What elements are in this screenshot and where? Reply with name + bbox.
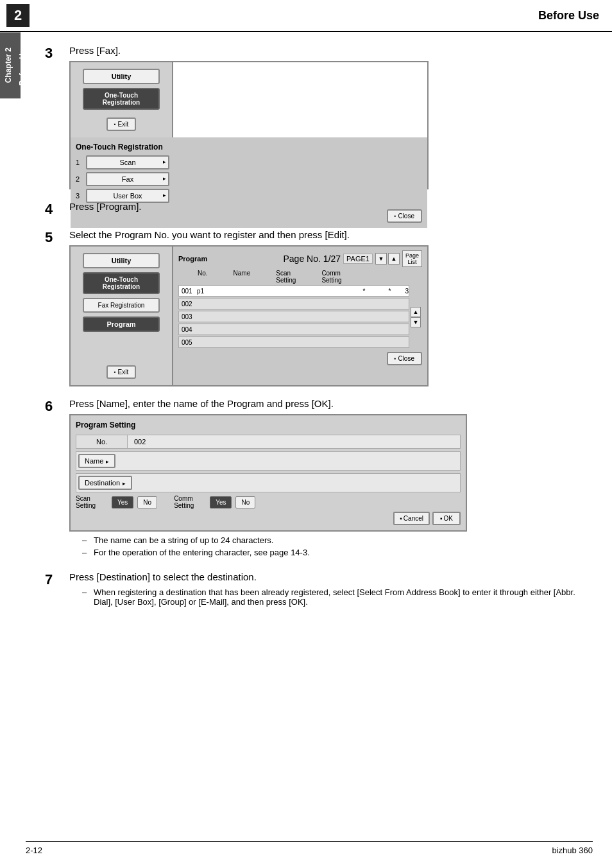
screen2-bottom: Close (178, 352, 422, 365)
prog-subheader: No. Name ScanSetting CommSetting (178, 270, 422, 284)
prog-bottom-settings: ScanSetting Yes No CommSetting Yes No (76, 495, 461, 509)
name-button[interactable]: Name (78, 454, 115, 468)
step6-bullets: – The name can be a string of up to 24 c… (82, 535, 593, 557)
col-comm: CommSetting (321, 270, 341, 284)
step-7-label: Press [Destination] to select the destin… (69, 571, 593, 582)
prog-nav: ▼ ▲ (375, 253, 400, 265)
step-6-content: Press [Name], enter the name of the Prog… (69, 398, 593, 560)
otr-scan-button[interactable]: Scan (86, 155, 169, 169)
prog-row-3[interactable]: 003 (178, 311, 409, 322)
s2-utility-button[interactable]: Utility (83, 253, 160, 268)
step-3-number: 3 (45, 45, 63, 62)
bullet-1-dash: – (82, 535, 89, 545)
screen2-left-panel: Utility One-TouchRegistration Fax Regist… (71, 247, 173, 385)
step7-bullet-text: When registering a destination that has … (94, 587, 593, 607)
prog-row-1-name: p1 (197, 288, 351, 295)
prog-row-4[interactable]: 004 (178, 324, 409, 335)
scan-no-button[interactable]: No (137, 496, 157, 508)
step-5: 5 Select the Program No. you want to reg… (45, 229, 593, 386)
prog-row-1[interactable]: 001 p1 * * 3 (178, 285, 409, 297)
prog-no-label: No. (76, 435, 128, 448)
step-7-content: Press [Destination] to select the destin… (69, 571, 593, 609)
prog-row-2-num: 002 (182, 300, 197, 308)
comm-no-button[interactable]: No (235, 496, 255, 508)
prog-row-4-num: 004 (182, 326, 197, 333)
side-tab-chapter: Chapter 2 (4, 48, 13, 83)
s2-fax-reg-button[interactable]: Fax Registration (83, 298, 160, 313)
prog-page-value: 1/27 (323, 254, 341, 264)
step7-bullets: – When registering a destination that ha… (82, 587, 593, 607)
s2-one-touch-button[interactable]: One-TouchRegistration (83, 272, 160, 294)
page-list-button[interactable]: PageList (402, 250, 422, 267)
step-4-number: 4 (45, 201, 63, 218)
nav-up-button[interactable]: ▲ (388, 253, 400, 265)
bullet-2: – For the operation of the entering char… (82, 548, 593, 557)
prog-row-2[interactable]: 002 (178, 298, 409, 309)
step-7: 7 Press [Destination] to select the dest… (45, 571, 593, 609)
chapter-badge: 2 (6, 4, 30, 27)
comm-setting-label: CommSetting (174, 495, 206, 509)
otr-fax-button[interactable]: Fax (86, 172, 169, 186)
otr-userbox-button[interactable]: User Box (86, 189, 169, 203)
scan-setting-label: ScanSetting (76, 495, 108, 509)
prog-page-info: Page No. 1/27 PAGE1 ▼ ▲ PageList (283, 250, 422, 267)
step-5-number: 5 (45, 229, 63, 246)
s2-exit-button[interactable]: Exit (106, 365, 137, 379)
bullet-1-text: The name can be a string of up to 24 cha… (94, 535, 273, 545)
step-4: 4 Press [Program]. (45, 201, 593, 218)
comm-yes-button[interactable]: Yes (210, 496, 232, 508)
bullet-1: – The name can be a string of up to 24 c… (82, 535, 593, 545)
scroll-up-button[interactable]: ▲ (411, 307, 421, 317)
col-no: No. (198, 270, 208, 284)
scroll-down-button[interactable]: ▼ (411, 317, 421, 327)
otr-num-2: 2 (76, 175, 83, 183)
prog-row-5[interactable]: 005 (178, 336, 409, 348)
prog-name-value (117, 458, 460, 464)
s2-close-button[interactable]: Close (387, 352, 422, 365)
page-footer: 2-12 bizhub 360 (26, 841, 593, 855)
step-6-number: 6 (45, 398, 63, 415)
screen2-right-panel: Program Page No. 1/27 PAGE1 ▼ ▲ PageList (173, 247, 427, 385)
ok-button[interactable]: ▪OK (432, 512, 461, 525)
side-tab: Chapter 2 Before Use (0, 32, 21, 98)
step-6: 6 Press [Name], enter the name of the Pr… (45, 398, 593, 560)
otr-title: One-Touch Registration (76, 143, 422, 152)
prog-row-3-num: 003 (182, 313, 197, 320)
scroll-buttons: ▲ ▼ (409, 285, 422, 349)
otr-num-3: 3 (76, 192, 83, 200)
step-5-label: Select the Program No. you want to regis… (69, 229, 593, 240)
step7-bullet-1: – When registering a destination that ha… (82, 587, 593, 607)
col-scan: ScanSetting (276, 270, 296, 284)
prog-header-row: Program Page No. 1/27 PAGE1 ▼ ▲ PageList (178, 250, 422, 267)
nav-down-button[interactable]: ▼ (375, 253, 387, 265)
step-4-content: Press [Program]. (69, 201, 593, 217)
destination-button[interactable]: Destination (78, 476, 132, 490)
prog-dest-value (134, 480, 460, 485)
step7-bullet-dash: – (82, 587, 89, 607)
step-3: 3 Press [Fax]. Utility One-TouchRegistra… (45, 45, 593, 189)
prog-setting-no-row: No. 002 (76, 435, 461, 449)
side-tab-section: Before Use (18, 45, 27, 85)
exit-button[interactable]: Exit (106, 117, 137, 131)
scan-yes-button[interactable]: Yes (112, 496, 133, 508)
prog-setting-dest-row: Destination (76, 473, 461, 492)
utility-button[interactable]: Utility (83, 69, 160, 84)
main-content: 3 Press [Fax]. Utility One-TouchRegistra… (26, 32, 612, 640)
screen2-rows-area: 001 p1 * * 3 002 (178, 285, 422, 349)
prog-no-value: 002 (128, 435, 460, 448)
cancel-button[interactable]: ▪Cancel (393, 512, 430, 525)
header-title: Before Use (538, 9, 599, 22)
step-5-content: Select the Program No. you want to regis… (69, 229, 593, 386)
one-touch-registration-button[interactable]: One-TouchRegistration (83, 88, 160, 110)
s2-program-button[interactable]: Program (83, 317, 160, 332)
step-3-label: Press [Fax]. (69, 45, 593, 56)
otr-item-1: 1 Scan (76, 155, 422, 169)
prog-row-5-num: 005 (182, 339, 197, 346)
screen1-left-panel: Utility One-TouchRegistration Exit (71, 62, 173, 137)
prog-actions: ▪Cancel ▪OK (76, 512, 461, 525)
prog-setting-name-row: Name (76, 451, 461, 471)
step-7-number: 7 (45, 571, 63, 588)
step-3-content: Press [Fax]. Utility One-TouchRegistrati… (69, 45, 593, 189)
col-name: Name (234, 270, 251, 284)
prog-setting-title: Program Setting (76, 421, 461, 430)
